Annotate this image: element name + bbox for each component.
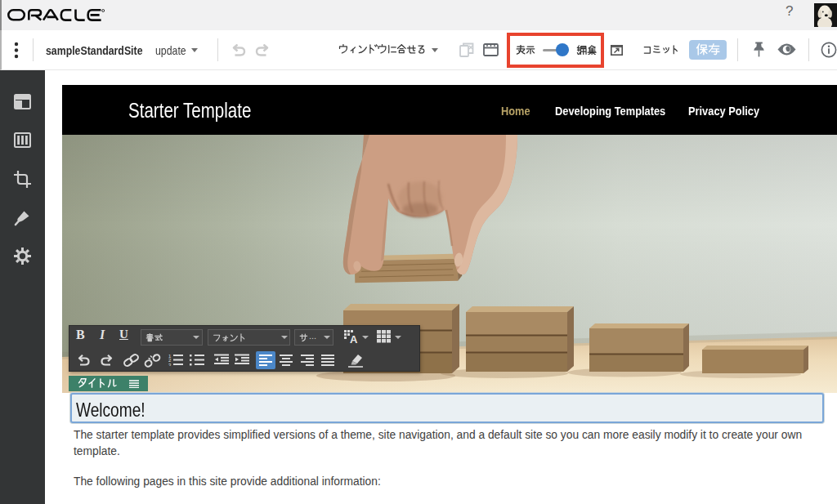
svg-text:3: 3 (168, 363, 172, 367)
svg-text:A: A (350, 333, 358, 344)
